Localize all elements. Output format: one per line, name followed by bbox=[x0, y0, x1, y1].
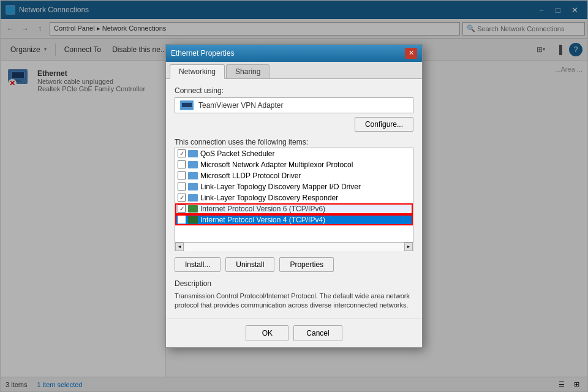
tab-networking[interactable]: Networking bbox=[170, 64, 225, 79]
dialog-titlebar: Ethernet Properties ✕ bbox=[166, 45, 422, 62]
list-item[interactable]: Link-Layer Topology Discovery Mapper I/O… bbox=[175, 181, 413, 192]
description-label: Description bbox=[175, 279, 413, 288]
ok-button[interactable]: OK bbox=[246, 325, 288, 341]
item-checkbox-6[interactable]: ✓ bbox=[178, 216, 186, 224]
item-label-1: Microsoft Network Adapter Multiplexor Pr… bbox=[200, 160, 353, 169]
list-item[interactable]: ✓ Link-Layer Topology Discovery Responde… bbox=[175, 192, 413, 203]
item-icon-5 bbox=[188, 205, 198, 213]
items-list: ✓ QoS Packet Scheduler Microsoft Network… bbox=[175, 148, 413, 225]
items-action-buttons: Install... Uninstall Properties bbox=[175, 257, 413, 272]
main-window: 🌐 Network Connections − □ ✕ ← → ↑ Contro… bbox=[0, 0, 588, 392]
item-label-0: QoS Packet Scheduler bbox=[200, 149, 274, 158]
connection-items-section: This connection uses the following items… bbox=[175, 138, 413, 251]
properties-button[interactable]: Properties bbox=[279, 257, 334, 272]
item-icon-0 bbox=[188, 150, 198, 157]
item-checkbox-3[interactable] bbox=[178, 183, 186, 190]
list-item[interactable]: ✓ Internet Protocol Version 6 (TCP/IPv6) bbox=[175, 203, 413, 214]
list-item[interactable]: Microsoft Network Adapter Multiplexor Pr… bbox=[175, 159, 413, 170]
dialog-title: Ethernet Properties bbox=[171, 49, 405, 58]
uninstall-button[interactable]: Uninstall bbox=[225, 257, 274, 272]
item-label-2: Microsoft LLDP Protocol Driver bbox=[200, 172, 301, 180]
scroll-right-button[interactable]: ▸ bbox=[404, 243, 413, 251]
adapter-svg bbox=[181, 102, 192, 109]
svg-rect-5 bbox=[182, 103, 192, 107]
connection-items-label: This connection uses the following items… bbox=[175, 138, 413, 146]
configure-button[interactable]: Configure... bbox=[355, 117, 413, 132]
items-list-container[interactable]: ✓ QoS Packet Scheduler Microsoft Network… bbox=[175, 148, 413, 243]
tab-networking-label: Networking bbox=[179, 67, 216, 76]
description-text: Transmission Control Protocol/Internet P… bbox=[175, 290, 413, 312]
cancel-button[interactable]: Cancel bbox=[293, 325, 342, 341]
item-icon-1 bbox=[188, 161, 198, 168]
tab-sharing[interactable]: Sharing bbox=[226, 64, 270, 78]
item-label-3: Link-Layer Topology Discovery Mapper I/O… bbox=[200, 183, 361, 191]
item-label-6: Internet Protocol Version 4 (TCP/IPv4) bbox=[200, 216, 325, 224]
item-icon-6 bbox=[188, 216, 198, 224]
adapter-icon bbox=[180, 100, 194, 110]
dialog-tabs: Networking Sharing bbox=[166, 62, 422, 79]
item-checkbox-0[interactable]: ✓ bbox=[178, 149, 186, 157]
adapter-name: TeamViewer VPN Adapter bbox=[198, 101, 284, 110]
item-icon-3 bbox=[188, 183, 198, 190]
horizontal-scrollbar[interactable]: ◂ ▸ bbox=[175, 243, 413, 251]
ethernet-properties-dialog: Ethernet Properties ✕ Networking Sharing… bbox=[165, 44, 423, 349]
list-item[interactable]: Microsoft LLDP Protocol Driver bbox=[175, 170, 413, 181]
scroll-left-button[interactable]: ◂ bbox=[175, 243, 184, 251]
item-checkbox-2[interactable] bbox=[178, 172, 186, 179]
item-checkbox-4[interactable]: ✓ bbox=[178, 194, 186, 202]
item-checkbox-5[interactable]: ✓ bbox=[178, 205, 186, 213]
list-item[interactable]: ✓ Internet Protocol Version 4 (TCP/IPv4) bbox=[175, 214, 413, 225]
item-label-5: Internet Protocol Version 6 (TCP/IPv6) bbox=[200, 205, 325, 213]
connect-using-box: TeamViewer VPN Adapter bbox=[175, 97, 413, 113]
description-section: Description Transmission Control Protoco… bbox=[175, 279, 413, 312]
modal-overlay: Ethernet Properties ✕ Networking Sharing… bbox=[1, 1, 587, 391]
connect-using-section: Connect using: TeamViewer VPN Adapter Co… bbox=[175, 86, 413, 132]
dialog-footer: OK Cancel bbox=[166, 318, 422, 347]
item-label-4: Link-Layer Topology Discovery Responder bbox=[200, 194, 338, 202]
dialog-close-button[interactable]: ✕ bbox=[405, 48, 417, 59]
tab-sharing-label: Sharing bbox=[235, 67, 260, 76]
connect-using-label: Connect using: bbox=[175, 86, 413, 95]
install-button[interactable]: Install... bbox=[175, 257, 221, 272]
dialog-content: Connect using: TeamViewer VPN Adapter Co… bbox=[166, 79, 422, 319]
item-icon-4 bbox=[188, 194, 198, 202]
item-icon-2 bbox=[188, 172, 198, 179]
item-checkbox-1[interactable] bbox=[178, 160, 186, 168]
scroll-track[interactable] bbox=[184, 243, 404, 251]
list-item[interactable]: ✓ QoS Packet Scheduler bbox=[175, 148, 413, 159]
